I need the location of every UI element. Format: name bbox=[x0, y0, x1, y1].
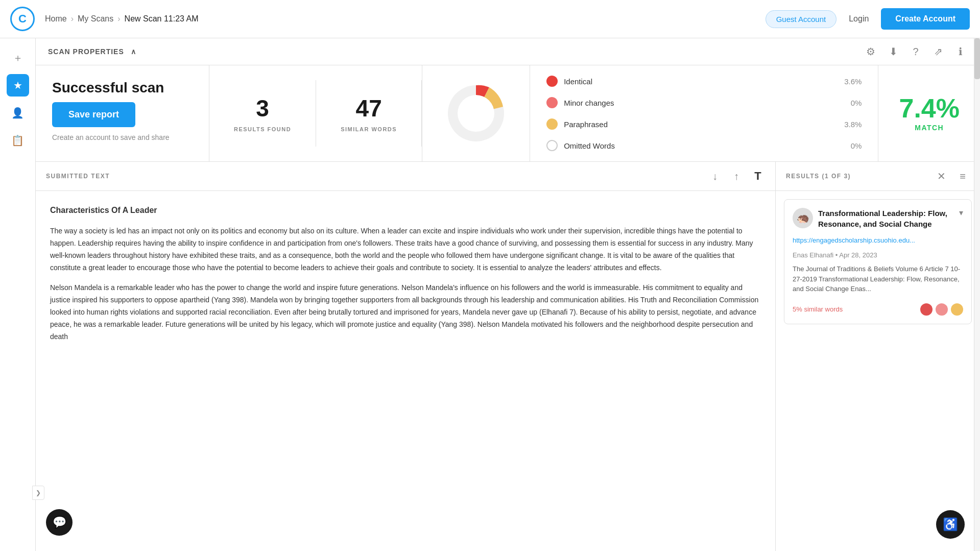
help-icon[interactable]: ? bbox=[909, 44, 923, 59]
breadcrumb-sep-2: › bbox=[117, 14, 120, 23]
result-dot-2 bbox=[936, 303, 948, 316]
result-dot-3 bbox=[951, 303, 963, 316]
submitted-text-title: SUBMITTED TEXT bbox=[46, 173, 110, 180]
result-dot-1 bbox=[920, 303, 933, 316]
breadcrumb: Home › My Scans › New Scan 11:23 AM bbox=[45, 14, 766, 23]
submitted-text-para-1: The way a society is led has an impact n… bbox=[50, 225, 761, 274]
sidebar-item-new-scan[interactable]: ＋ bbox=[7, 46, 29, 69]
legend-paraphrased: Paraphrased 3.8% bbox=[546, 118, 862, 130]
svg-point-1 bbox=[458, 95, 494, 132]
main-content: SCAN PROPERTIES ∧ ⚙ ⬇ ? ⇗ ℹ Successful s… bbox=[36, 38, 980, 551]
submitted-text-panel: SUBMITTED TEXT ↓ ↑ T Characteristics Of … bbox=[36, 162, 776, 551]
results-panel: RESULTS (1 OF 3) ✕ ≡ 🦔 Transformational … bbox=[776, 162, 980, 551]
results-title: RESULTS (1 OF 3) bbox=[786, 173, 851, 180]
results-found-label: RESULTS FOUND bbox=[234, 126, 291, 132]
result-excerpt: The Journal of Traditions & Beliefs Volu… bbox=[793, 264, 963, 294]
scroll-down-icon[interactable]: ↓ bbox=[708, 169, 722, 183]
accessibility-button[interactable]: ♿ bbox=[936, 510, 965, 539]
scan-properties-bar: SCAN PROPERTIES ∧ ⚙ ⬇ ? ⇗ ℹ bbox=[36, 38, 980, 65]
chevron-up-icon[interactable]: ∧ bbox=[131, 47, 136, 56]
results-header: RESULTS (1 OF 3) ✕ ≡ bbox=[776, 162, 980, 191]
pie-chart bbox=[443, 80, 509, 147]
identical-label: Identical bbox=[564, 77, 834, 86]
submitted-text-actions: ↓ ↑ T bbox=[708, 169, 765, 183]
save-report-button[interactable]: Save report bbox=[52, 102, 135, 127]
share-icon[interactable]: ⇗ bbox=[931, 44, 945, 59]
result-avatar: 🦔 bbox=[793, 208, 813, 228]
result-title: Transformational Leadership: Flow, Reson… bbox=[818, 208, 954, 229]
stats-row: Successful scan Save report Create an ac… bbox=[36, 65, 980, 162]
match-percentage: 7.4% bbox=[899, 95, 960, 122]
reports-icon: 📋 bbox=[11, 134, 24, 147]
similar-words-label: SIMILAR WORDS bbox=[341, 126, 397, 132]
sidebar-collapse-toggle[interactable]: ❯ bbox=[32, 486, 44, 500]
identical-dot bbox=[546, 76, 558, 87]
submitted-text-content: Characteristics Of A Leader The way a so… bbox=[36, 191, 775, 551]
result-card-header: 🦔 Transformational Leadership: Flow, Res… bbox=[793, 208, 963, 229]
logo[interactable]: C bbox=[10, 7, 35, 31]
legend-minor: Minor changes 0% bbox=[546, 97, 862, 108]
minor-dot bbox=[546, 97, 558, 108]
similar-words-number: 47 bbox=[356, 94, 382, 122]
new-scan-icon: ＋ bbox=[13, 51, 23, 65]
create-account-hint: Create an account to save and share bbox=[52, 133, 193, 141]
text-format-icon[interactable]: T bbox=[751, 169, 765, 183]
paraphrased-pct: 3.8% bbox=[840, 120, 862, 129]
scrollbar-thumb[interactable] bbox=[974, 38, 980, 79]
paraphrased-dot bbox=[546, 118, 558, 130]
result-footer: 5% similar words bbox=[793, 303, 963, 316]
paraphrased-label: Paraphrased bbox=[564, 120, 834, 129]
sidebar: ＋ ★ 👤 📋 bbox=[0, 38, 36, 551]
omitted-pct: 0% bbox=[840, 141, 862, 150]
scan-properties-title: SCAN PROPERTIES ∧ bbox=[48, 47, 136, 56]
filter-icon[interactable]: ≡ bbox=[955, 169, 970, 183]
legend-section: Identical 3.6% Minor changes 0% Paraphra… bbox=[530, 65, 878, 161]
legend-omitted: Omitted Words 0% bbox=[546, 140, 862, 151]
result-url[interactable]: https://engagedscholarship.csuohio.edu..… bbox=[793, 236, 963, 244]
account-icon: 👤 bbox=[11, 107, 24, 119]
chat-icon: 💬 bbox=[53, 516, 66, 529]
chevron-right-icon: ❯ bbox=[36, 489, 41, 496]
sidebar-item-account[interactable]: 👤 bbox=[7, 102, 29, 124]
results-found-stat: 3 RESULTS FOUND bbox=[209, 80, 316, 147]
omitted-label: Omitted Words bbox=[564, 141, 834, 150]
result-meta: Enas Elhanafi • Apr 28, 2023 bbox=[793, 251, 963, 259]
bottom-row: SUBMITTED TEXT ↓ ↑ T Characteristics Of … bbox=[36, 162, 980, 551]
result-card: 🦔 Transformational Leadership: Flow, Res… bbox=[784, 199, 972, 324]
minor-label: Minor changes bbox=[564, 99, 834, 107]
result-title-section: Transformational Leadership: Flow, Reson… bbox=[818, 208, 954, 229]
stats-numbers: 3 RESULTS FOUND 47 SIMILAR WORDS bbox=[209, 65, 422, 161]
results-actions: ✕ ≡ bbox=[934, 169, 970, 183]
scrollbar-track bbox=[974, 38, 980, 551]
guest-account-button[interactable]: Guest Account bbox=[766, 10, 837, 28]
chat-bubble-button[interactable]: 💬 bbox=[46, 509, 73, 536]
identical-pct: 3.6% bbox=[840, 77, 862, 86]
breadcrumb-home[interactable]: Home bbox=[45, 14, 67, 23]
info-icon[interactable]: ℹ bbox=[953, 44, 968, 59]
result-expand-icon[interactable]: ▾ bbox=[959, 208, 963, 218]
login-button[interactable]: Login bbox=[844, 10, 874, 28]
breadcrumb-sep-1: › bbox=[71, 14, 74, 23]
similar-words-result-label: 5% similar words bbox=[793, 305, 843, 313]
breadcrumb-myscans[interactable]: My Scans bbox=[78, 14, 113, 23]
similar-words-stat: 47 SIMILAR WORDS bbox=[316, 80, 422, 147]
submitted-text-header: SUBMITTED TEXT ↓ ↑ T bbox=[36, 162, 775, 191]
successful-scan-label: Successful scan bbox=[52, 80, 193, 96]
stats-left: Successful scan Save report Create an ac… bbox=[36, 65, 209, 161]
result-similarity-dots bbox=[920, 303, 963, 316]
download-icon[interactable]: ⬇ bbox=[886, 44, 900, 59]
settings-icon[interactable]: ⚙ bbox=[864, 44, 878, 59]
minor-pct: 0% bbox=[840, 99, 862, 107]
scan-properties-icons: ⚙ ⬇ ? ⇗ ℹ bbox=[864, 44, 968, 59]
sidebar-item-reports[interactable]: 📋 bbox=[7, 129, 29, 152]
accessibility-icon: ♿ bbox=[943, 517, 958, 532]
close-results-icon[interactable]: ✕ bbox=[934, 169, 948, 183]
breadcrumb-current: New Scan 11:23 AM bbox=[125, 14, 199, 23]
scroll-up-icon[interactable]: ↑ bbox=[729, 169, 744, 183]
submitted-text-heading: Characteristics Of A Leader bbox=[50, 203, 761, 217]
create-account-button[interactable]: Create Account bbox=[881, 8, 970, 30]
results-found-number: 3 bbox=[256, 94, 269, 122]
star-icon: ★ bbox=[13, 79, 22, 91]
omitted-dot bbox=[546, 140, 558, 151]
sidebar-item-starred[interactable]: ★ bbox=[7, 74, 29, 97]
